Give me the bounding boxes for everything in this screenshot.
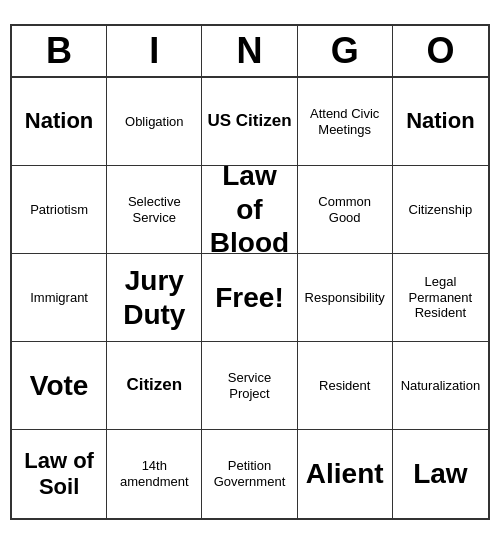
- cell-text: Vote: [30, 369, 89, 403]
- bingo-cell-14: Legal Permanent Resident: [393, 254, 488, 342]
- cell-text: US Citizen: [207, 111, 291, 131]
- cell-text: Alient: [306, 457, 384, 491]
- bingo-cell-11: Jury Duty: [107, 254, 202, 342]
- cell-text: Selective Service: [111, 194, 197, 225]
- bingo-cell-2: US Citizen: [202, 78, 297, 166]
- cell-text: Naturalization: [401, 378, 481, 394]
- cell-text: Patriotism: [30, 202, 88, 218]
- cell-text: Petition Government: [206, 458, 292, 489]
- cell-text: Obligation: [125, 114, 184, 130]
- bingo-cell-18: Resident: [298, 342, 393, 430]
- header-letter: N: [202, 26, 297, 76]
- cell-text: Free!: [215, 281, 283, 315]
- cell-text: Legal Permanent Resident: [397, 274, 484, 321]
- bingo-cell-20: Law of Soil: [12, 430, 107, 518]
- bingo-cell-9: Citizenship: [393, 166, 488, 254]
- cell-text: Nation: [406, 108, 474, 134]
- bingo-cell-17: Service Project: [202, 342, 297, 430]
- cell-text: Service Project: [206, 370, 292, 401]
- header-letter: O: [393, 26, 488, 76]
- bingo-cell-3: Attend Civic Meetings: [298, 78, 393, 166]
- bingo-cell-24: Law: [393, 430, 488, 518]
- header-letter: G: [298, 26, 393, 76]
- bingo-cell-1: Obligation: [107, 78, 202, 166]
- bingo-cell-6: Selective Service: [107, 166, 202, 254]
- bingo-cell-5: Patriotism: [12, 166, 107, 254]
- header-letter: I: [107, 26, 202, 76]
- cell-text: Jury Duty: [111, 264, 197, 331]
- bingo-cell-4: Nation: [393, 78, 488, 166]
- cell-text: Resident: [319, 378, 370, 394]
- bingo-card: BINGO NationObligationUS CitizenAttend C…: [10, 24, 490, 520]
- header-letter: B: [12, 26, 107, 76]
- cell-text: Law of Blood: [206, 159, 292, 260]
- cell-text: Responsibility: [305, 290, 385, 306]
- bingo-grid: NationObligationUS CitizenAttend Civic M…: [12, 78, 488, 518]
- bingo-cell-15: Vote: [12, 342, 107, 430]
- bingo-cell-19: Naturalization: [393, 342, 488, 430]
- bingo-cell-21: 14th amendment: [107, 430, 202, 518]
- bingo-cell-13: Responsibility: [298, 254, 393, 342]
- bingo-cell-16: Citizen: [107, 342, 202, 430]
- cell-text: Law: [413, 457, 467, 491]
- bingo-cell-10: Immigrant: [12, 254, 107, 342]
- bingo-cell-22: Petition Government: [202, 430, 297, 518]
- bingo-cell-7: Law of Blood: [202, 166, 297, 254]
- cell-text: Law of Soil: [16, 448, 102, 501]
- cell-text: Attend Civic Meetings: [302, 106, 388, 137]
- cell-text: Nation: [25, 108, 93, 134]
- bingo-cell-8: Common Good: [298, 166, 393, 254]
- cell-text: Citizen: [126, 375, 182, 395]
- cell-text: Common Good: [302, 194, 388, 225]
- bingo-cell-0: Nation: [12, 78, 107, 166]
- cell-text: 14th amendment: [111, 458, 197, 489]
- cell-text: Immigrant: [30, 290, 88, 306]
- bingo-cell-23: Alient: [298, 430, 393, 518]
- bingo-cell-12: Free!: [202, 254, 297, 342]
- cell-text: Citizenship: [409, 202, 473, 218]
- bingo-header: BINGO: [12, 26, 488, 78]
